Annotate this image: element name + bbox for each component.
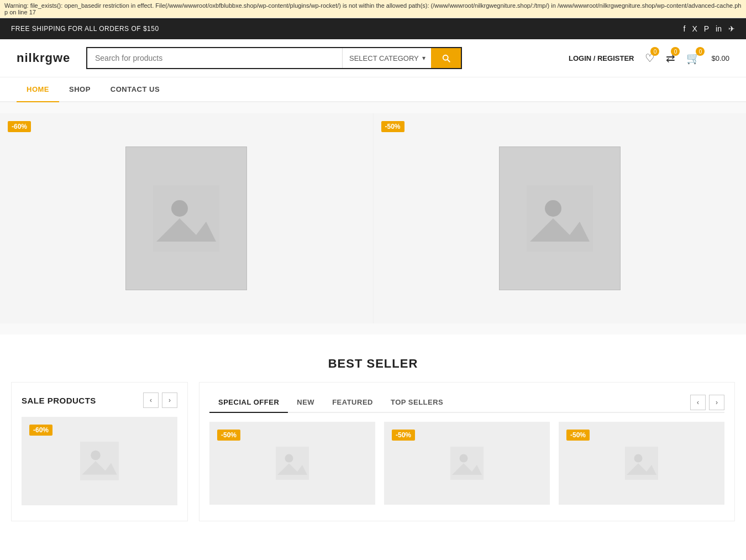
sale-panel-prev-button[interactable]: ‹ <box>143 392 159 408</box>
category-select-wrapper: SELECT CATEGORY <box>342 48 431 68</box>
hero-section: -60% -50% <box>0 102 746 334</box>
sale-product-placeholder-icon <box>80 442 119 480</box>
special-panel-prev-button[interactable]: ‹ <box>690 395 706 410</box>
best-seller-section: BEST SELLER <box>0 334 746 382</box>
tab-special-offer[interactable]: SPECIAL OFFER <box>209 392 288 413</box>
warning-bar: Warning: file_exists(): open_basedir res… <box>0 0 746 18</box>
telegram-icon[interactable]: ✈ <box>728 24 735 33</box>
product-image-placeholder-2 <box>499 146 621 290</box>
tab-featured[interactable]: FEATURED <box>323 392 382 413</box>
sale-panel-next-button[interactable]: › <box>162 392 177 408</box>
social-icons: f X P in ✈ <box>684 24 735 33</box>
discount-badge-1: -60% <box>8 121 31 132</box>
hero-product-1: -60% <box>0 113 374 323</box>
special-product-2: -50% <box>384 422 550 509</box>
x-twitter-icon[interactable]: X <box>692 24 697 33</box>
search-button[interactable] <box>431 48 461 68</box>
special-product-icon-2 <box>450 447 484 480</box>
compare-button[interactable]: ⇄ 0 <box>666 51 675 65</box>
nav-item-home[interactable]: HOME <box>17 77 59 102</box>
wishlist-badge: 0 <box>650 47 659 56</box>
header: nilkrgwe SELECT CATEGORY LOGIN / REGISTE… <box>0 39 746 77</box>
tab-new[interactable]: NEW <box>288 392 323 413</box>
sale-panel: SALE PRODUCTS ‹ › -60% <box>11 382 188 521</box>
header-actions: LOGIN / REGISTER ♡ 0 ⇄ 0 🛒 0 $0.00 <box>569 51 729 65</box>
special-product-thumb-2: -50% <box>384 422 550 505</box>
bottom-panels: SALE PRODUCTS ‹ › -60% SPECIAL OFFER NEW <box>0 382 746 532</box>
svg-point-4 <box>545 200 561 217</box>
special-panel: SPECIAL OFFER NEW FEATURED TOP SELLERS ‹… <box>199 382 735 521</box>
special-product-badge-3: -50% <box>566 430 590 441</box>
site-logo[interactable]: nilkrgwe <box>17 51 77 65</box>
special-panel-next-button[interactable]: › <box>709 395 724 410</box>
category-select[interactable]: SELECT CATEGORY <box>343 49 431 68</box>
special-product-badge-1: -50% <box>217 430 240 441</box>
search-bar: SELECT CATEGORY <box>86 47 462 69</box>
special-product-thumb-1: -50% <box>209 422 375 505</box>
hero-product-2: -50% <box>374 113 747 323</box>
svg-point-7 <box>91 451 101 460</box>
special-tabs: SPECIAL OFFER NEW FEATURED TOP SELLERS ‹… <box>209 392 724 413</box>
svg-point-16 <box>634 454 643 463</box>
product-image-placeholder-1 <box>125 146 247 290</box>
cart-button[interactable]: 🛒 0 <box>686 51 700 65</box>
wishlist-button[interactable]: ♡ 0 <box>645 51 655 65</box>
top-strip: FREE SHIPPING FOR ALL ORDERS OF $150 f X… <box>0 18 746 39</box>
sale-panel-title: SALE PRODUCTS <box>22 396 96 405</box>
compare-badge: 0 <box>671 47 680 56</box>
image-placeholder-icon-2 <box>527 185 593 252</box>
tab-top-sellers[interactable]: TOP SELLERS <box>382 392 452 413</box>
sale-product-thumb: -60% <box>22 417 177 505</box>
pinterest-icon[interactable]: P <box>704 24 709 33</box>
svg-point-10 <box>285 454 293 463</box>
nav-item-contact[interactable]: CONTACT US <box>101 77 170 102</box>
main-nav: HOME SHOP CONTACT US <box>0 77 746 102</box>
special-product-1: -50% <box>209 422 375 509</box>
login-register-link[interactable]: LOGIN / REGISTER <box>569 54 634 62</box>
cart-total: $0.00 <box>711 54 729 62</box>
special-products-grid: -50% -50% <box>209 422 724 509</box>
nav-item-shop[interactable]: SHOP <box>59 77 101 102</box>
special-panel-nav: ‹ › <box>690 395 724 410</box>
special-product-3: -50% <box>559 422 724 509</box>
best-seller-title: BEST SELLER <box>17 357 729 371</box>
sale-product-discount-badge: -60% <box>29 425 52 436</box>
special-product-icon-3 <box>625 447 658 480</box>
svg-point-13 <box>460 454 468 463</box>
facebook-icon[interactable]: f <box>684 24 686 33</box>
special-product-thumb-3: -50% <box>559 422 724 505</box>
search-icon <box>441 53 451 63</box>
discount-badge-2: -50% <box>381 121 404 132</box>
special-product-icon-1 <box>276 447 309 480</box>
shipping-text: FREE SHIPPING FOR ALL ORDERS OF $150 <box>11 25 159 33</box>
search-input[interactable] <box>87 48 342 68</box>
cart-badge: 0 <box>696 47 705 56</box>
special-product-badge-2: -50% <box>392 430 415 441</box>
image-placeholder-icon-1 <box>153 185 219 252</box>
sale-panel-header: SALE PRODUCTS ‹ › <box>22 392 177 408</box>
sale-panel-nav: ‹ › <box>143 392 177 408</box>
svg-point-1 <box>171 200 188 217</box>
linkedin-icon[interactable]: in <box>716 24 722 33</box>
